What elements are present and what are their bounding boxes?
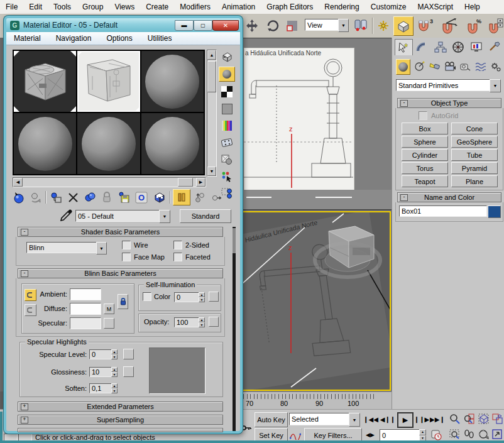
subtab-systems[interactable]: [490, 59, 503, 74]
subtab-geometry[interactable]: [396, 59, 410, 75]
tab-motion[interactable]: [450, 39, 467, 55]
scroll-left-icon[interactable]: ◀: [13, 178, 23, 187]
menu-views[interactable]: Views: [109, 3, 140, 11]
button-torus[interactable]: Torus: [402, 162, 448, 174]
menu-graph-editors[interactable]: Graph Editors: [261, 3, 319, 11]
me-menu-navigation[interactable]: Navigation: [48, 34, 99, 43]
spinner-up-icon[interactable]: ▲: [419, 429, 426, 435]
scroll-down-icon[interactable]: ▼: [207, 167, 216, 176]
collapse-icon[interactable]: -: [400, 100, 408, 107]
pick-material-eyedropper-icon[interactable]: [59, 209, 73, 222]
sample-slot-crate[interactable]: [14, 51, 76, 112]
pan-view-icon[interactable]: [462, 428, 476, 441]
rollout-scroll-thumb[interactable]: [233, 228, 236, 253]
show-map-in-viewport-icon[interactable]: [151, 190, 168, 204]
make-material-copy-icon[interactable]: [82, 190, 97, 204]
shader-rollout-header[interactable]: - Shader Basic Parameters: [18, 227, 223, 237]
subtab-shapes[interactable]: [412, 59, 425, 74]
lock-diffuse-specular-icon[interactable]: [25, 304, 36, 316]
default-in-out-tangents-icon[interactable]: [288, 428, 302, 442]
select-manipulate-icon[interactable]: [375, 18, 392, 34]
expand-icon[interactable]: +: [21, 417, 28, 424]
coord-dropdown-arrow-icon[interactable]: ▼: [338, 19, 349, 32]
track-bar[interactable]: 70 80 90 100: [239, 391, 392, 410]
select-by-material-icon[interactable]: [219, 170, 234, 183]
make-preview-icon[interactable]: [219, 136, 234, 150]
collapse-icon[interactable]: -: [21, 270, 28, 277]
glossiness-map-button[interactable]: [123, 366, 134, 377]
set-key-key-icon[interactable]: [241, 424, 251, 432]
key-mode-toggle-button[interactable]: ◀▶: [363, 429, 377, 440]
zoom-icon[interactable]: [447, 412, 461, 425]
me-menu-material[interactable]: Material: [6, 34, 48, 43]
lock-ambient-diffuse-icon[interactable]: [25, 289, 36, 301]
me-menu-options[interactable]: Options: [99, 34, 140, 43]
spinner-snap-icon[interactable]: [488, 17, 504, 35]
time-configuration-icon[interactable]: [430, 429, 443, 441]
sample-slot-5-current[interactable]: [77, 113, 140, 174]
blinn-rollout-header[interactable]: - Blinn Basic Parameters: [18, 268, 223, 278]
opacity-spinner[interactable]: ▲▼: [199, 317, 205, 327]
zoom-extents-icon[interactable]: [476, 412, 490, 425]
subtab-lights[interactable]: [428, 59, 441, 74]
material-editor-window[interactable]: G Material Editor - 05 - Default ▬ ▢ ✕ M…: [4, 16, 243, 434]
frame-spinner[interactable]: ▲ ▼: [419, 429, 426, 441]
subtab-cameras[interactable]: [443, 59, 456, 74]
maximize-button[interactable]: ▢: [194, 20, 212, 31]
zoom-extents-all-icon[interactable]: [490, 412, 504, 425]
put-material-to-scene-icon[interactable]: [28, 190, 43, 204]
sample-uv-tiling-icon[interactable]: [219, 102, 234, 116]
collapse-icon[interactable]: -: [21, 229, 28, 236]
select-scale-icon[interactable]: [284, 18, 300, 33]
video-color-check-icon[interactable]: [219, 119, 234, 133]
viewport-perspective-active[interactable]: Hidáulica Unificada Norte z: [239, 211, 391, 391]
snaps-toggle-icon[interactable]: [393, 16, 414, 36]
two-sided-checkbox[interactable]: [173, 241, 182, 249]
specular-map-button[interactable]: [104, 318, 114, 329]
expand-icon[interactable]: +: [21, 403, 28, 410]
percent-snap-icon[interactable]: %: [465, 17, 485, 35]
me-menu-utilities[interactable]: Utilities: [140, 34, 180, 43]
close-button[interactable]: ✕: [212, 20, 239, 31]
shader-type-dropdown[interactable]: Blinn: [26, 242, 101, 253]
clipped-rollout-header[interactable]: [18, 428, 223, 432]
angle-snap-toggle-icon[interactable]: [440, 17, 461, 35]
sample-slot-3[interactable]: [141, 51, 204, 112]
menu-file[interactable]: File: [0, 3, 23, 11]
ambient-color-swatch[interactable]: [70, 288, 101, 300]
material-type-button[interactable]: Standard: [180, 209, 231, 223]
zoom-all-icon[interactable]: [462, 412, 476, 425]
glossiness-spinner[interactable]: ▲▼: [111, 367, 118, 377]
subtab-space-warps[interactable]: [474, 59, 487, 74]
min-max-toggle-icon[interactable]: [490, 428, 504, 441]
previous-frame-button[interactable]: ◀❙❙: [380, 413, 395, 425]
sample-type-icon[interactable]: [219, 50, 234, 63]
collapse-icon[interactable]: -: [400, 194, 408, 201]
menu-customize[interactable]: Customize: [365, 3, 412, 11]
go-forward-sibling-icon[interactable]: [209, 190, 224, 204]
specular-level-map-button[interactable]: [123, 349, 134, 359]
primitive-category-dropdown[interactable]: Standard Primitives: [396, 79, 494, 91]
button-cylinder[interactable]: Cylinder: [402, 149, 448, 161]
menu-group[interactable]: Group: [77, 3, 109, 11]
button-tube[interactable]: Tube: [451, 149, 498, 161]
material-name-arrow-icon[interactable]: ▼: [159, 210, 170, 223]
diffuse-color-swatch[interactable]: [70, 303, 101, 315]
button-teapot[interactable]: Teapot: [402, 175, 448, 187]
go-to-end-button[interactable]: ▶▶❙: [430, 413, 445, 425]
button-geosphere[interactable]: GeoSphere: [451, 136, 498, 148]
tab-utilities[interactable]: [486, 39, 503, 55]
specular-level-spinner[interactable]: ▲▼: [111, 349, 118, 359]
self-illum-color-checkbox[interactable]: [143, 292, 151, 301]
lock-color-maps-icon[interactable]: [118, 294, 128, 309]
subtab-helpers[interactable]: [459, 59, 472, 74]
get-material-icon[interactable]: [11, 190, 26, 204]
self-illum-spinner[interactable]: ▲▼: [199, 292, 205, 302]
menu-rendering[interactable]: Rendering: [319, 3, 364, 11]
button-cone[interactable]: Cone: [451, 123, 498, 134]
reset-map-icon[interactable]: [65, 190, 80, 204]
sample-slot-6[interactable]: [141, 113, 204, 174]
box-object[interactable]: [309, 215, 384, 283]
go-to-parent-icon[interactable]: [192, 190, 207, 204]
options-icon[interactable]: [219, 153, 234, 167]
